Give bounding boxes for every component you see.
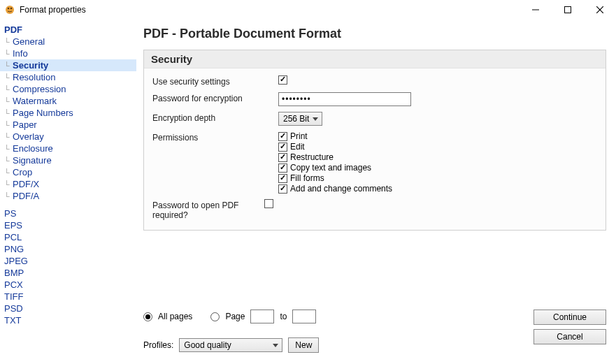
input-page-from[interactable] — [250, 310, 274, 323]
tree-mark-icon: └ — [4, 168, 13, 177]
maximize-button[interactable] — [552, 0, 584, 20]
checkbox-password-open[interactable] — [264, 199, 273, 208]
sidebar-item-label: Crop — [13, 167, 32, 177]
sidebar-item-resolution[interactable]: └Resolution — [0, 71, 136, 83]
sidebar-item-info[interactable]: └Info — [0, 48, 136, 59]
label-page: Page — [225, 312, 245, 321]
window-title: Format properties — [20, 5, 86, 15]
sidebar-format-psd[interactable]: PSD — [0, 303, 136, 314]
permission-item: Add and change comments — [278, 184, 392, 194]
sidebar-item-general[interactable]: └General — [0, 36, 136, 48]
sidebar-item-crop[interactable]: └Crop — [0, 166, 136, 178]
svg-rect-4 — [565, 7, 571, 13]
tree-mark-icon: └ — [4, 192, 13, 201]
sidebar-item-label: Watermark — [13, 96, 57, 106]
sidebar-item-signature[interactable]: └Signature — [0, 154, 136, 166]
continue-button[interactable]: Continue — [533, 310, 606, 325]
permission-label: Restructure — [290, 152, 334, 162]
tree-mark-icon: └ — [4, 121, 13, 129]
checkbox-permission-edit[interactable] — [278, 143, 287, 152]
sidebar-item-watermark[interactable]: └Watermark — [0, 95, 136, 107]
close-button[interactable] — [584, 0, 616, 20]
sidebar-format-ps[interactable]: PS — [0, 208, 136, 219]
tree-mark-icon: └ — [4, 85, 13, 94]
select-encryption-depth-value: 256 Bit — [283, 114, 309, 124]
tree-mark-icon: └ — [4, 133, 13, 141]
tree-mark-icon: └ — [4, 38, 13, 46]
tree-mark-icon: └ — [4, 156, 13, 165]
label-all-pages: All pages — [158, 312, 192, 321]
tree-mark-icon: └ — [4, 73, 13, 82]
input-page-to[interactable] — [292, 310, 316, 323]
sidebar-item-label: PDF/X — [13, 179, 39, 189]
sidebar-item-label: Enclosure — [13, 143, 53, 154]
select-profile-value: Good quality — [184, 340, 231, 350]
permission-item: Edit — [278, 142, 392, 152]
sidebar-item-label: General — [13, 36, 45, 47]
sidebar-item-page-numbers[interactable]: └Page Numbers — [0, 107, 136, 119]
sidebar-format-tiff[interactable]: TIFF — [0, 291, 136, 303]
permissions-list: PrintEditRestructureCopy text and images… — [278, 131, 392, 194]
sidebar-item-label: Paper — [13, 119, 37, 130]
label-profiles: Profiles: — [143, 340, 173, 350]
checkbox-permission-fill-forms[interactable] — [278, 174, 287, 183]
sidebar-item-overlay[interactable]: └Overlay — [0, 131, 136, 143]
tree-mark-icon: └ — [4, 61, 13, 70]
permission-label: Fill forms — [290, 173, 324, 183]
select-profile[interactable]: Good quality — [179, 338, 282, 352]
tree-mark-icon: └ — [4, 97, 13, 105]
permission-item: Fill forms — [278, 173, 392, 183]
label-permissions: Permissions — [152, 131, 278, 143]
title-bar: Format properties — [0, 0, 616, 20]
input-password-encryption[interactable] — [278, 92, 411, 106]
sidebar-item-pdf-x[interactable]: └PDF/X — [0, 178, 136, 190]
main-area: PDF - Portable Document Format Security … — [136, 20, 616, 364]
sidebar-item-label: Overlay — [13, 131, 44, 142]
sidebar-format-eps[interactable]: EPS — [0, 219, 136, 231]
sidebar-item-pdf-a[interactable]: └PDF/A — [0, 190, 136, 202]
tree-mark-icon: └ — [4, 50, 13, 58]
sidebar-format-png[interactable]: PNG — [0, 243, 136, 255]
sidebar-item-security[interactable]: └Security — [0, 59, 136, 71]
label-to: to — [280, 312, 287, 321]
svg-point-0 — [6, 6, 14, 14]
label-password-encryption: Password for encryption — [152, 92, 278, 103]
sidebar-root-pdf[interactable]: PDF — [0, 24, 136, 36]
label-password-open: Password to open PDF required? — [152, 199, 264, 220]
label-use-security: Use security settings — [152, 75, 278, 87]
sidebar-item-label: Security — [13, 60, 48, 71]
radio-page-range[interactable] — [210, 312, 220, 321]
checkbox-use-security[interactable] — [278, 75, 287, 85]
checkbox-permission-restructure[interactable] — [278, 153, 287, 162]
sidebar-format-txt[interactable]: TXT — [0, 314, 136, 326]
permission-item: Restructure — [278, 152, 392, 162]
select-encryption-depth[interactable]: 256 Bit — [278, 112, 322, 126]
radio-all-pages[interactable] — [143, 312, 152, 321]
sidebar-item-compression[interactable]: └Compression — [0, 83, 136, 95]
panel-header: Security — [144, 50, 606, 68]
sidebar-format-jpeg[interactable]: JPEG — [0, 255, 136, 267]
tree-mark-icon: └ — [4, 145, 13, 153]
sidebar-item-label: PDF/A — [13, 191, 39, 201]
sidebar-format-pcl[interactable]: PCL — [0, 231, 136, 243]
cancel-button[interactable]: Cancel — [533, 329, 606, 344]
checkbox-permission-add-and-change-comments[interactable] — [278, 184, 287, 194]
tree-mark-icon: └ — [4, 109, 13, 117]
new-profile-button[interactable]: New — [288, 337, 319, 353]
permission-item: Copy text and images — [278, 163, 392, 173]
footer: All pages Page to Profiles: Good quality… — [143, 298, 606, 360]
minimize-button[interactable] — [520, 0, 552, 20]
sidebar-item-label: Info — [13, 48, 28, 59]
app-icon — [4, 4, 15, 15]
page-title: PDF - Portable Document Format — [143, 27, 606, 41]
tree-mark-icon: └ — [4, 180, 13, 189]
sidebar-format-bmp[interactable]: BMP — [0, 267, 136, 279]
checkbox-permission-copy-text-and-images[interactable] — [278, 163, 287, 173]
svg-point-1 — [8, 8, 10, 10]
sidebar-format-pcx[interactable]: PCX — [0, 279, 136, 291]
sidebar-item-enclosure[interactable]: └Enclosure — [0, 143, 136, 154]
sidebar-item-label: Signature — [13, 155, 52, 166]
permission-label: Add and change comments — [290, 184, 392, 194]
sidebar-item-paper[interactable]: └Paper — [0, 119, 136, 131]
checkbox-permission-print[interactable] — [278, 132, 287, 141]
